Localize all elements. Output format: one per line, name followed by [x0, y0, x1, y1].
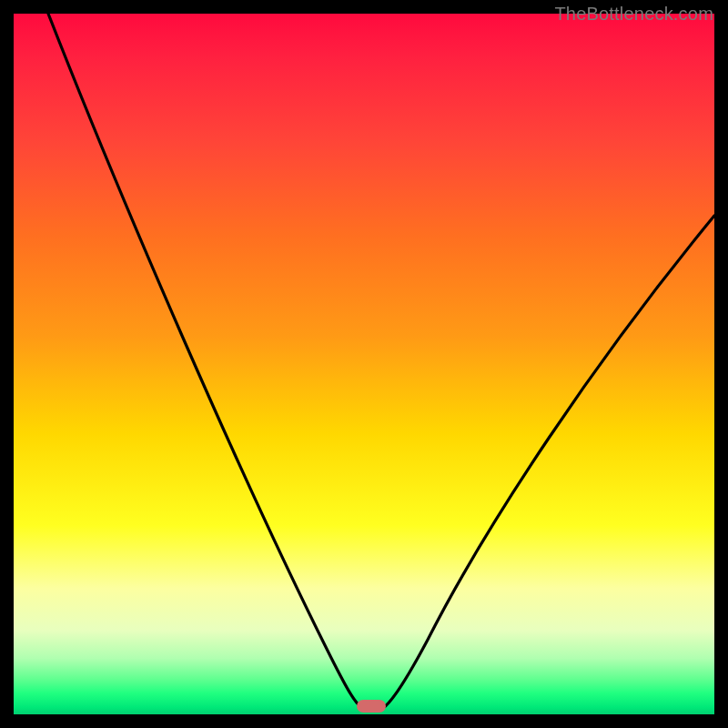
bottleneck-curve — [14, 14, 714, 714]
chart-stage: TheBottleneck.com — [0, 0, 728, 728]
curve-path — [48, 14, 714, 708]
watermark-text: TheBottleneck.com — [554, 4, 713, 25]
optimal-point-marker — [357, 700, 386, 713]
